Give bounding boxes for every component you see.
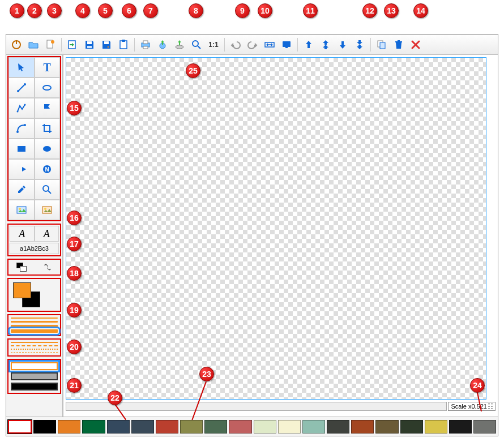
open-button[interactable] [25, 37, 41, 53]
save-button[interactable] [82, 37, 97, 53]
export-button[interactable] [155, 37, 170, 53]
canvas[interactable] [66, 57, 486, 400]
move-down-button[interactable] [335, 37, 351, 53]
print-button[interactable] [138, 37, 153, 53]
clipboard-button[interactable] [116, 37, 131, 53]
line-width-panel [7, 314, 61, 336]
move-top-button[interactable] [318, 37, 334, 53]
line-width-1[interactable] [11, 317, 58, 319]
palette-swatch-2[interactable] [58, 420, 80, 434]
palette-swatch-8[interactable] [204, 420, 227, 434]
swap-colors-icon[interactable] [43, 263, 52, 272]
fill-style-outline[interactable] [11, 362, 58, 370]
palette-swatch-1[interactable] [33, 420, 56, 434]
line-style-fine[interactable] [11, 352, 58, 353]
annotation-11: 11 [303, 3, 318, 18]
scale-indicator[interactable]: Scale x0.521 [448, 402, 496, 411]
palette-swatch-13[interactable] [327, 420, 349, 434]
annotation-22: 22 [108, 390, 122, 405]
foreground-color-swatch[interactable] [13, 282, 31, 298]
fill-style-black[interactable] [11, 383, 58, 390]
power-button[interactable] [8, 37, 24, 53]
palette-swatch-19[interactable] [473, 420, 496, 434]
svg-rect-5 [87, 41, 92, 44]
undo-button[interactable] [228, 37, 244, 53]
palette-swatch-16[interactable] [400, 420, 423, 434]
text-tool[interactable]: T [35, 57, 61, 78]
annotation-8: 8 [189, 3, 203, 18]
import-button[interactable] [65, 37, 80, 53]
arrow-tool[interactable] [8, 159, 35, 179]
copy-button[interactable] [374, 37, 390, 53]
svg-point-26 [24, 83, 26, 85]
font-style-a-button[interactable]: A [10, 226, 35, 242]
polyline-tool[interactable] [8, 98, 35, 118]
eyedropper-tool[interactable] [8, 179, 35, 200]
palette-swatch-0[interactable] [8, 420, 32, 434]
fit-screen-button[interactable] [279, 37, 294, 53]
delete-button[interactable] [391, 37, 407, 53]
curve-tool[interactable] [8, 118, 35, 139]
annotation-15: 15 [67, 101, 82, 115]
move-up-button[interactable] [301, 37, 317, 53]
palette-swatch-9[interactable] [229, 420, 251, 434]
line-tool[interactable] [8, 78, 35, 98]
palette-swatch-7[interactable] [180, 420, 203, 434]
font-sample-field[interactable]: a1Ab2Bc3 [10, 243, 59, 254]
svg-point-39 [19, 208, 21, 210]
left-panel: T N A A [6, 55, 63, 417]
image-tool[interactable] [8, 200, 35, 220]
svg-rect-40 [42, 207, 52, 213]
zoom-button[interactable] [189, 37, 204, 53]
svg-point-14 [176, 45, 183, 49]
svg-point-30 [16, 131, 19, 133]
crop-tool[interactable] [35, 118, 61, 139]
close-button[interactable] [408, 37, 424, 53]
fit-width-button[interactable] [262, 37, 277, 53]
actual-size-button[interactable]: 1:1 [206, 37, 221, 53]
palette-swatch-3[interactable] [82, 420, 105, 434]
new-button[interactable] [42, 37, 58, 53]
resize-grip-icon-2[interactable] [491, 403, 493, 410]
svg-rect-1 [16, 40, 17, 44]
default-colors-icon[interactable] [16, 263, 27, 272]
palette-swatch-4[interactable] [107, 420, 130, 434]
select-tool[interactable] [8, 57, 35, 78]
palette-swatch-14[interactable] [351, 420, 374, 434]
palette-swatch-10[interactable] [254, 420, 276, 434]
horizontal-scrollbar[interactable] [66, 402, 447, 411]
line-style-dot[interactable] [11, 349, 58, 350]
palette-swatch-15[interactable] [375, 420, 398, 434]
svg-point-36 [43, 186, 49, 191]
palette-swatch-17[interactable] [425, 420, 447, 434]
svg-rect-23 [398, 40, 400, 41]
scale-label: Scale x0.521 [451, 403, 487, 410]
line-style-solid[interactable] [11, 342, 58, 343]
app-window: 1:1 T [6, 34, 498, 436]
magnify-tool[interactable] [35, 179, 61, 200]
redo-button[interactable] [245, 37, 260, 53]
image2-tool[interactable] [35, 200, 61, 220]
resize-grip-icon[interactable] [488, 403, 490, 410]
palette-swatch-11[interactable] [278, 420, 301, 434]
fill-style-solid[interactable] [11, 372, 58, 380]
ellipse-outline-tool[interactable] [35, 78, 61, 98]
upload-button[interactable] [172, 37, 187, 53]
line-width-4[interactable] [11, 329, 58, 333]
svg-rect-22 [395, 41, 402, 42]
save-as-button[interactable] [99, 37, 114, 53]
move-bottom-button[interactable] [352, 37, 368, 53]
palette-swatch-5[interactable] [131, 420, 154, 434]
svg-point-27 [43, 85, 51, 90]
number-tool[interactable]: N [35, 159, 61, 179]
palette-swatch-12[interactable] [302, 420, 325, 434]
palette-swatch-6[interactable] [156, 420, 178, 434]
ellipse-fill-tool[interactable] [35, 139, 61, 159]
line-width-3[interactable] [11, 325, 58, 327]
palette-swatch-18[interactable] [449, 420, 472, 434]
line-style-dash[interactable] [11, 345, 58, 346]
line-width-2[interactable] [11, 321, 58, 323]
font-style-b-button[interactable]: A [35, 226, 59, 242]
rectangle-tool[interactable] [8, 139, 35, 159]
flag-tool[interactable] [35, 98, 61, 118]
